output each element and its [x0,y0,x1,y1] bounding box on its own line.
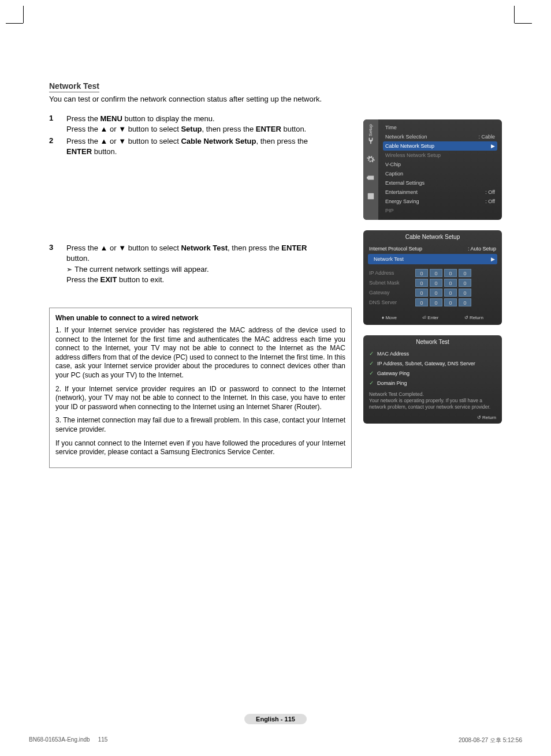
menu-item-caption[interactable]: Caption [383,169,497,178]
ip-cell: 0 [415,298,428,306]
ip-cell: 0 [430,298,442,306]
osd-cable-network-setup: Cable Network Setup Internet Protocol Se… [363,230,502,325]
doc-page: 115 [98,736,108,744]
ip-cell: 0 [444,298,457,306]
ip-address-row: IP Address 0 0 0 0 [369,269,496,277]
osd-network-test: Network Test ✓MAC Address ✓IP Address, S… [363,335,502,424]
step-text: Press the MENU button to display the men… [66,114,306,134]
check-icon: ✓ [369,380,374,386]
label: Entertainment [385,189,418,195]
chevron-right-icon: ▶ [491,143,495,149]
test-result-message: Network Test Completed. Your network is … [363,388,502,414]
step-text: Press the ▲ or ▼ button to select Networ… [66,243,307,285]
ip-cell: 0 [430,269,442,277]
text: , then press the [256,137,308,145]
menu-item-entertainment[interactable]: Entertainment: Off [383,188,497,197]
menu-item-network-test[interactable]: Network Test▶ [368,254,497,264]
text: button. [66,254,90,263]
text-bold: ENTER [281,244,307,252]
app-icon [367,192,375,200]
menu-item-pip[interactable]: PIP [383,206,497,215]
label: IP Address [369,270,415,276]
text-bold: Network Test [181,244,228,252]
text: The internet connection may fail due to … [55,416,345,433]
label: MAC Address [377,351,409,357]
menu-item-internet-protocol-setup[interactable]: Internet Protocol Setup: Auto Setup [363,244,502,254]
box-title: When unable to connect to a wired networ… [55,314,345,323]
step-text: Press the ▲ or ▼ button to select Cable … [66,136,308,156]
crop-mark [515,23,532,24]
menu-item-cable-network-setup[interactable]: Cable Network Setup▶ [383,141,497,151]
label: PIP [385,208,394,214]
note-arrow-icon: ➣ [66,265,72,274]
step-number: 3 [49,243,66,285]
troubleshoot-box: When unable to connect to a wired networ… [49,308,352,467]
crop-mark [514,6,515,23]
menu-item-wireless-network-setup[interactable]: Wireless Network Setup [383,151,497,160]
crop-mark [23,6,24,23]
check-icon: ✓ [369,350,374,357]
label: Energy Saving [385,199,419,204]
ip-cell: 0 [430,279,442,287]
label: Return [470,315,483,320]
subnet-mask-row: Subnet Mask 0 0 0 0 [369,279,496,287]
text: If your Internet service provider has re… [55,326,345,379]
ip-cell: 0 [415,279,428,287]
ip-cell: 0 [459,298,471,306]
menu-item-energy-saving[interactable]: Energy Saving: Off [383,197,497,206]
ip-cell: 0 [459,269,471,277]
label: IP Address, Subnet, Gateway, DNS Server [377,361,475,366]
text: button to display the menu. [122,114,215,123]
gateway-row: Gateway 0 0 0 0 [369,289,496,297]
text-bold: ENTER [66,147,92,156]
text: button. [92,147,117,156]
ip-cell: 0 [444,289,457,297]
label: Move [385,315,397,320]
step-3: 3 Press the ▲ or ▼ button to select Netw… [49,243,352,285]
label: Network Selection [385,134,427,140]
value: : Off [485,189,495,195]
ip-cell: 0 [415,289,428,297]
label: Subnet Mask [369,280,415,286]
svg-rect-0 [368,193,374,200]
move-hint: ♦ Move [382,315,397,320]
ip-cell: 0 [444,279,457,287]
ip-cell: 0 [459,279,471,287]
label: External Settings [385,180,425,186]
menu-item-external-settings[interactable]: External Settings [383,178,497,188]
value: : Auto Setup [468,246,496,252]
label: Domain Ping [377,380,407,386]
input-icon [367,174,375,182]
test-item-domain-ping: ✓Domain Ping [363,378,502,388]
label: Gateway Ping [377,370,409,376]
text-bold: MENU [100,114,122,123]
doc-filename: BN68-01653A-Eng.indb [29,736,90,744]
label: DNS Server [369,300,415,305]
ip-cell: 0 [430,289,442,297]
step-number: 2 [49,136,66,156]
gear-icon [367,155,375,163]
box-item-2: 2. If your Internet service provider req… [55,385,345,412]
page-number-footer: English - 115 [244,714,307,724]
osd-tab-label: Setup [368,124,373,136]
plug-icon [367,137,375,145]
text: button. [281,125,306,133]
value: : Off [485,199,495,204]
menu-item-vchip[interactable]: V-Chip [383,160,497,169]
osd-setup-menu: Setup Time Network Selection: Cable Cabl… [363,119,502,220]
menu-item-time[interactable]: Time [383,123,497,132]
doc-datetime: 2008-08-27 오후 5:12:56 [459,736,522,744]
chevron-right-icon: ▶ [491,256,495,262]
enter-hint: ⏎ Enter [422,315,438,320]
text-bold: EXIT [100,275,117,284]
text-bold: Cable Network Setup [181,137,256,145]
note-text: The current network settings will appear… [75,264,209,275]
osd-footer: ↺ Return [363,414,502,421]
box-item-1: 1. If your Internet service provider has… [55,326,345,380]
text: , then press the [228,244,281,252]
dns-server-row: DNS Server 0 0 0 0 [369,298,496,306]
test-item-gateway-ping: ✓Gateway Ping [363,368,502,378]
label: Network Test [374,256,404,262]
menu-item-network-selection[interactable]: Network Selection: Cable [383,132,497,141]
label: V-Chip [385,162,401,167]
